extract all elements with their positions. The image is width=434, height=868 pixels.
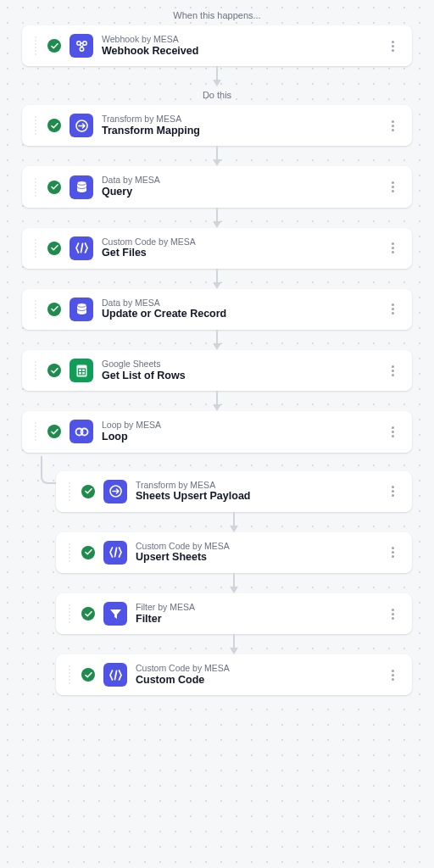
workflow-column: When this happens... Webhook by MESA Web… [0, 7, 434, 695]
drag-handle-icon[interactable] [66, 482, 73, 501]
loop-body: Transform by MESA Sheets Upsert Payload … [22, 471, 412, 696]
drag-handle-icon[interactable] [32, 361, 39, 380]
arrow-down-icon [216, 66, 218, 86]
data-icon [70, 298, 93, 321]
filter-icon [103, 602, 127, 626]
app-name: Data by MESA [102, 298, 375, 309]
step-title: Upsert Sheets [136, 551, 375, 565]
loop-icon [70, 420, 93, 443]
app-name: Custom Code by MESA [136, 541, 375, 552]
more-menu-button[interactable] [383, 361, 402, 380]
arrow-down-icon [216, 391, 218, 411]
drag-handle-icon[interactable] [32, 116, 39, 135]
step-title: Get List of Rows [102, 370, 375, 383]
arrow-down-icon [216, 208, 218, 228]
step-labels: Data by MESA Update or Create Record [102, 298, 375, 321]
arrow-down-icon [216, 269, 218, 289]
more-menu-button[interactable] [383, 178, 402, 197]
drag-handle-icon[interactable] [32, 422, 39, 441]
step-labels: Filter by MESA Filter [136, 602, 375, 626]
status-check-icon [81, 546, 95, 559]
drag-handle-icon[interactable] [32, 178, 39, 197]
status-check-icon [47, 364, 61, 377]
step-title: Webhook Received [102, 45, 375, 58]
app-name: Webhook by MESA [102, 34, 375, 45]
app-name: Google Sheets [102, 359, 375, 370]
step-title: Filter [136, 613, 375, 626]
step-card-query[interactable]: Data by MESA Query [22, 166, 412, 207]
app-name: Custom Code by MESA [136, 663, 375, 674]
code-icon [103, 663, 127, 687]
step-labels: Custom Code by MESA Custom Code [136, 663, 375, 687]
status-check-icon [47, 425, 61, 438]
drag-handle-icon[interactable] [32, 36, 39, 55]
status-check-icon [81, 607, 95, 620]
drag-handle-icon[interactable] [66, 543, 73, 562]
step-title: Query [102, 186, 375, 199]
drag-handle-icon[interactable] [66, 604, 73, 623]
more-menu-button[interactable] [383, 36, 402, 55]
step-labels: Webhook by MESA Webhook Received [102, 34, 375, 58]
transform-icon [103, 480, 127, 504]
status-check-icon [81, 668, 95, 682]
step-labels: Loop by MESA Loop [102, 420, 375, 443]
more-menu-button[interactable] [383, 543, 402, 562]
step-title: Update or Create Record [102, 308, 375, 321]
step-card-get-files[interactable]: Custom Code by MESA Get Files [22, 228, 412, 269]
status-check-icon [47, 303, 61, 316]
step-card-custom-code[interactable]: Custom Code by MESA Custom Code [56, 654, 412, 695]
step-card-loop[interactable]: Loop by MESA Loop [22, 411, 412, 452]
step-card-filter[interactable]: Filter by MESA Filter [56, 593, 412, 634]
drag-handle-icon[interactable] [32, 300, 39, 319]
app-name: Data by MESA [102, 175, 375, 186]
arrow-down-icon [233, 512, 235, 532]
step-card-update-create-record[interactable]: Data by MESA Update or Create Record [22, 289, 412, 330]
more-menu-button[interactable] [383, 116, 402, 135]
transform-icon [70, 114, 93, 137]
step-card-upsert-sheets[interactable]: Custom Code by MESA Upsert Sheets [56, 532, 412, 573]
step-labels: Google Sheets Get List of Rows [102, 359, 375, 382]
more-menu-button[interactable] [383, 482, 402, 501]
step-card-sheets-upsert-payload[interactable]: Transform by MESA Sheets Upsert Payload [56, 471, 412, 512]
step-labels: Custom Code by MESA Get Files [102, 236, 375, 260]
more-menu-button[interactable] [383, 239, 402, 258]
step-card-transform-mapping[interactable]: Transform by MESA Transform Mapping [22, 105, 412, 146]
drag-handle-icon[interactable] [66, 665, 73, 684]
webhook-icon [70, 34, 93, 58]
step-title: Custom Code [136, 674, 375, 687]
arrow-down-icon [216, 146, 218, 166]
step-labels: Data by MESA Query [102, 175, 375, 198]
sheets-icon [70, 359, 93, 382]
step-labels: Custom Code by MESA Upsert Sheets [136, 541, 375, 565]
step-labels: Transform by MESA Sheets Upsert Payload [136, 480, 375, 504]
more-menu-button[interactable] [383, 300, 402, 319]
actions-section-label: Do this [203, 90, 231, 100]
more-menu-button[interactable] [383, 604, 402, 623]
app-name: Filter by MESA [136, 602, 375, 613]
drag-handle-icon[interactable] [32, 239, 39, 258]
more-menu-button[interactable] [383, 422, 402, 441]
arrow-down-icon [233, 573, 235, 593]
step-card-get-rows[interactable]: Google Sheets Get List of Rows [22, 350, 412, 391]
more-menu-button[interactable] [383, 665, 402, 684]
status-check-icon [47, 242, 61, 255]
code-icon [103, 541, 127, 565]
trigger-section-label: When this happens... [173, 10, 260, 20]
status-check-icon [81, 485, 95, 498]
arrow-down-icon [216, 330, 218, 350]
status-check-icon [47, 119, 61, 132]
step-title: Get Files [102, 247, 375, 260]
app-name: Custom Code by MESA [102, 236, 375, 248]
status-check-icon [47, 39, 61, 53]
code-icon [70, 236, 93, 260]
trigger-card[interactable]: Webhook by MESA Webhook Received [22, 25, 412, 66]
step-title: Sheets Upsert Payload [136, 490, 375, 504]
data-icon [70, 175, 93, 199]
app-name: Transform by MESA [136, 480, 375, 491]
step-labels: Transform by MESA Transform Mapping [102, 114, 375, 137]
step-title: Transform Mapping [102, 125, 375, 138]
arrow-down-icon [233, 634, 235, 654]
step-title: Loop [102, 431, 375, 444]
status-check-icon [47, 181, 61, 194]
app-name: Loop by MESA [102, 420, 375, 431]
